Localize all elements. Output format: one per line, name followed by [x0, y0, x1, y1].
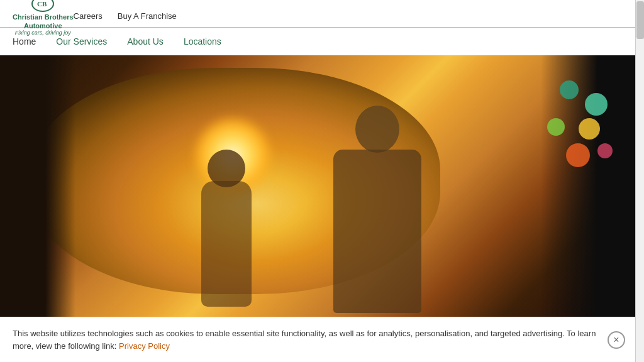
car-right: [541, 55, 635, 319]
services-link[interactable]: Our Services: [56, 36, 107, 47]
car-left: [0, 55, 75, 319]
hero-background: [0, 55, 635, 319]
scrollbar[interactable]: [635, 0, 644, 362]
brand-name: Christian Brothers: [13, 13, 74, 21]
brand-sub: Automotive: [13, 22, 74, 30]
cookie-close-button[interactable]: ×: [608, 331, 625, 349]
top-nav: Careers Buy A Franchise: [74, 11, 623, 21]
home-link[interactable]: Home: [13, 36, 36, 47]
decorative-circle: [597, 143, 613, 158]
privacy-policy-link[interactable]: Privacy Policy: [119, 341, 170, 351]
woman-figure: [327, 106, 428, 319]
franchise-link[interactable]: Buy A Franchise: [118, 11, 177, 21]
decorative-circle: [566, 143, 590, 167]
main-nav: Home Our Services About Us Locations: [0, 28, 635, 55]
scrollbar-thumb[interactable]: [636, 1, 644, 39]
careers-link[interactable]: Careers: [74, 11, 103, 21]
brand-tagline: Fixing cars, driving joy: [13, 30, 74, 36]
cookie-text: This website utilizes technologies such …: [13, 329, 596, 351]
cookie-banner: This website utilizes technologies such …: [0, 317, 635, 362]
logo[interactable]: CB Christian Brothers Automotive Fixing …: [13, 0, 74, 36]
logo-icon: CB: [31, 0, 55, 12]
decorative-circle: [579, 118, 600, 140]
top-bar: CB Christian Brothers Automotive Fixing …: [0, 0, 635, 28]
decorative-circle: [585, 93, 608, 116]
header: CB Christian Brothers Automotive Fixing …: [0, 0, 635, 55]
about-link[interactable]: About Us: [127, 36, 164, 47]
decorative-circle: [547, 118, 565, 136]
locations-link[interactable]: Locations: [184, 36, 221, 47]
hero-section: [0, 55, 635, 319]
decorative-circle: [560, 80, 579, 99]
child-figure: [195, 150, 258, 319]
svg-text:CB: CB: [37, 0, 47, 8]
